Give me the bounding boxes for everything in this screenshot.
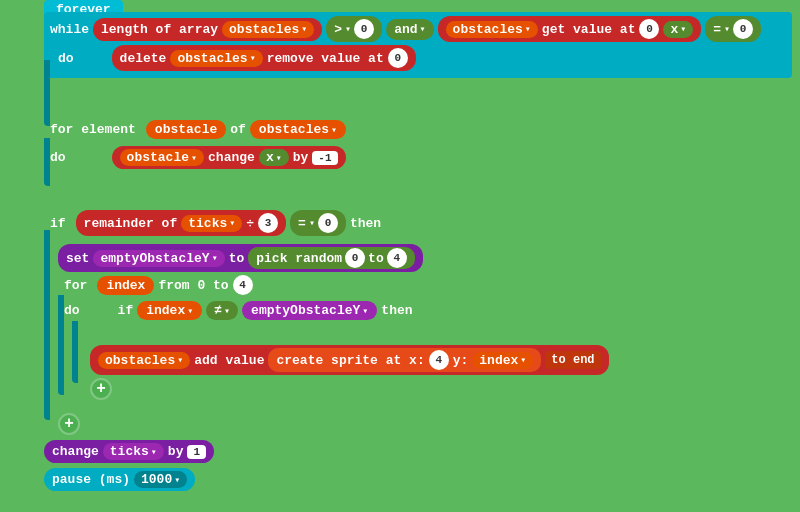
neg1-badge: -1 xyxy=(312,151,337,165)
obstacles-pill-2[interactable]: obstacles ▾ xyxy=(446,21,538,38)
remainder-block[interactable]: remainder of ticks ▾ ÷ 3 xyxy=(76,210,286,236)
if-inner-keyword: if xyxy=(118,303,134,318)
index-pill-inner[interactable]: index ▾ xyxy=(137,301,202,320)
val0-badge-d: 0 xyxy=(388,48,408,68)
val3-badge: 3 xyxy=(258,213,278,233)
val0-if: 0 xyxy=(318,213,338,233)
from-label: from 0 to xyxy=(158,278,228,293)
obstacle-var-pill[interactable]: obstacle xyxy=(146,120,226,139)
then-inner: then xyxy=(381,303,412,318)
val1-change: 1 xyxy=(187,445,206,459)
get-value-block[interactable]: obstacles ▾ get value at 0 x ▾ xyxy=(438,16,702,42)
gt-eq-sign: ▾ xyxy=(345,23,351,35)
for-element-keyword: for element xyxy=(44,120,142,139)
and-block[interactable]: and ▾ xyxy=(386,19,433,40)
to-end-label: to end xyxy=(545,351,600,369)
val0-badge-b: 0 xyxy=(639,19,659,39)
while-keyword: while xyxy=(50,22,89,37)
emptyObstacleY-pill2[interactable]: emptyObstacleY ▾ xyxy=(242,301,377,320)
of-keyword: of xyxy=(230,122,246,137)
add-btn-outer[interactable]: + xyxy=(58,413,80,435)
for-keyword2: for xyxy=(58,276,93,295)
create-sprite-block[interactable]: create sprite at x: 4 y: index ▾ xyxy=(268,348,541,372)
do1-keyword: do xyxy=(50,49,82,68)
index-pill-sprite[interactable]: index ▾ xyxy=(472,352,533,369)
add-btn-inner[interactable]: + xyxy=(90,378,112,400)
obstacle-change-block[interactable]: obstacle ▾ change x ▾ by -1 xyxy=(112,146,346,169)
obstacles-pill-3[interactable]: obstacles ▾ xyxy=(170,50,262,67)
obstacles-add-block[interactable]: obstacles ▾ add value create sprite at x… xyxy=(90,345,609,375)
val4-sprite: 4 xyxy=(429,350,449,370)
then-keyword: then xyxy=(350,216,381,231)
delete-block[interactable]: delete obstacles ▾ remove value at 0 xyxy=(112,45,416,71)
obstacle-var-pill2[interactable]: obstacle ▾ xyxy=(120,149,204,166)
val0-random: 0 xyxy=(345,248,365,268)
obstacles-pill-5[interactable]: obstacles ▾ xyxy=(98,352,190,369)
eq-op2[interactable]: = ▾ 0 xyxy=(290,210,346,236)
val0-badge-a: 0 xyxy=(354,19,374,39)
x-change-pill[interactable]: x ▾ xyxy=(259,149,289,166)
obstacles-pill-1[interactable]: obstacles ▾ xyxy=(222,21,314,38)
val1000-pill[interactable]: 1000 ▾ xyxy=(134,471,187,488)
if-inner-row: if index ▾ ≠ ▾ emptyObstacleY ▾ then xyxy=(118,301,413,320)
pick-random-block[interactable]: pick random 0 to 4 xyxy=(248,247,414,269)
index-pill[interactable]: index xyxy=(97,276,154,295)
length-of-block[interactable]: length of array obstacles ▾ xyxy=(93,18,322,41)
change-ticks-block[interactable]: change ticks ▾ by 1 xyxy=(44,440,214,463)
eq-operator[interactable]: = ▾ 0 xyxy=(705,16,761,42)
gt-operator[interactable]: > ▾ 0 xyxy=(326,16,382,42)
delete-row: delete obstacles ▾ remove value at 0 xyxy=(112,45,416,71)
emptyObstacleY-pill[interactable]: emptyObstacleY ▾ xyxy=(93,250,224,267)
set-block[interactable]: set emptyObstacleY ▾ to pick random 0 to… xyxy=(58,244,423,272)
obstacles-pill-4[interactable]: obstacles ▾ xyxy=(250,120,346,139)
val4-random: 4 xyxy=(387,248,407,268)
val4-badge: 4 xyxy=(233,275,253,295)
ticks-pill[interactable]: ticks ▾ xyxy=(181,215,242,232)
while-row: while length of array obstacles ▾ > ▾ 0 … xyxy=(50,16,786,42)
neq-op[interactable]: ≠ ▾ xyxy=(206,301,238,320)
ticks-change-pill[interactable]: ticks ▾ xyxy=(103,443,164,460)
pause-block[interactable]: pause (ms) 1000 ▾ xyxy=(44,468,195,491)
x-pill[interactable]: x ▾ xyxy=(663,21,693,38)
val0-badge-c: 0 xyxy=(733,19,753,39)
